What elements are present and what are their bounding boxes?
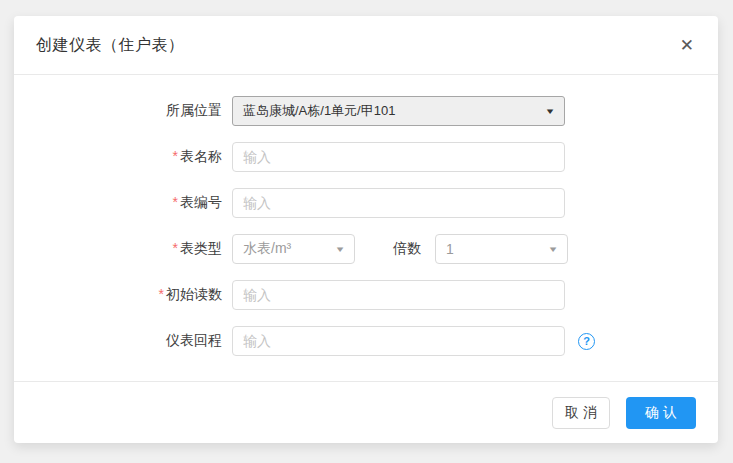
dialog-footer: 取 消 确 认 xyxy=(14,381,718,443)
cancel-button[interactable]: 取 消 xyxy=(552,397,610,429)
chevron-down-icon: ▼ xyxy=(334,245,345,254)
location-select-value: 蓝岛康城/A栋/1单元/甲101 xyxy=(243,102,395,120)
meter-no-label: 表编号 xyxy=(180,194,222,210)
meter-return-input[interactable] xyxy=(232,326,565,356)
multiplier-select-value: 1 xyxy=(446,241,454,257)
initial-reading-label: 初始读数 xyxy=(166,286,222,302)
form-row-meter-return: 仪表回程 ? xyxy=(14,326,718,356)
required-mark: * xyxy=(173,148,178,164)
help-icon[interactable]: ? xyxy=(578,333,595,350)
dialog-body: 所属位置 蓝岛康城/A栋/1单元/甲101 ▼ *表名称 *表编号 xyxy=(14,75,718,381)
required-mark: * xyxy=(173,194,178,210)
dialog-header: 创建仪表（住户表） ✕ xyxy=(14,16,718,75)
location-label: 所属位置 xyxy=(166,102,222,118)
location-select[interactable]: 蓝岛康城/A栋/1单元/甲101 ▼ xyxy=(232,96,565,126)
initial-reading-input[interactable] xyxy=(232,280,565,310)
required-mark: * xyxy=(159,286,164,302)
required-mark: * xyxy=(173,240,178,256)
multiplier-label: 倍数 xyxy=(393,240,421,258)
confirm-button[interactable]: 确 认 xyxy=(626,397,696,429)
meter-type-select[interactable]: 水表/m³ ▼ xyxy=(232,234,355,264)
create-meter-dialog: 创建仪表（住户表） ✕ 所属位置 蓝岛康城/A栋/1单元/甲101 ▼ *表名称 xyxy=(14,16,718,443)
chevron-down-icon: ▼ xyxy=(544,107,555,116)
form-row-location: 所属位置 蓝岛康城/A栋/1单元/甲101 ▼ xyxy=(14,96,718,126)
meter-no-input[interactable] xyxy=(232,188,565,218)
meter-type-label: 表类型 xyxy=(180,240,222,256)
close-icon[interactable]: ✕ xyxy=(680,37,694,54)
form-row-meter-no: *表编号 xyxy=(14,188,718,218)
meter-return-label: 仪表回程 xyxy=(166,332,222,348)
form-row-initial-reading: *初始读数 xyxy=(14,280,718,310)
multiplier-select[interactable]: 1 ▼ xyxy=(435,234,568,264)
form-row-meter-name: *表名称 xyxy=(14,142,718,172)
dialog-title: 创建仪表（住户表） xyxy=(36,35,185,56)
chevron-down-icon: ▼ xyxy=(547,245,558,254)
meter-type-select-value: 水表/m³ xyxy=(243,240,291,258)
page-background: { "modal": { "title": "创建仪表（住户表）" }, "ic… xyxy=(0,0,733,463)
form-row-meter-type: *表类型 水表/m³ ▼ 倍数 1 ▼ xyxy=(14,234,718,264)
meter-name-label: 表名称 xyxy=(180,148,222,164)
meter-name-input[interactable] xyxy=(232,142,565,172)
